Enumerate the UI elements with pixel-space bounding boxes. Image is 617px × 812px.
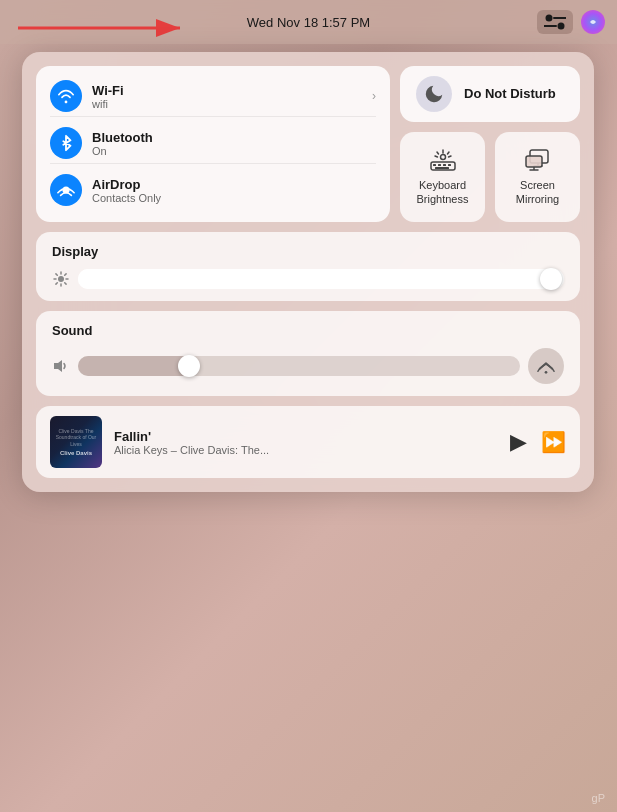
screen-mirroring-tile[interactable]: Screen Mirroring [495,132,580,222]
bluetooth-item[interactable]: Bluetooth On [50,123,376,164]
bluetooth-name: Bluetooth [92,130,376,145]
wifi-text: Wi-Fi wifi [92,83,362,110]
svg-line-17 [448,156,451,157]
bluetooth-sub: On [92,145,376,157]
svg-point-3 [558,23,565,30]
bottom-right-row: Keyboard Brightness [400,132,580,222]
display-title: Display [52,244,564,259]
keyboard-brightness-tile[interactable]: Keyboard Brightness [400,132,485,222]
volume-icon [52,358,70,374]
airdrop-text: AirDrop Contacts Only [92,177,376,204]
svg-rect-8 [433,164,436,166]
svg-line-16 [435,156,438,157]
svg-point-25 [58,276,64,282]
sound-slider[interactable] [78,356,520,376]
airplay-button[interactable] [528,348,564,384]
svg-rect-22 [526,156,542,167]
svg-rect-10 [443,164,446,166]
svg-marker-34 [54,360,62,372]
wifi-chevron: › [372,89,376,103]
control-center-panel: Wi-Fi wifi › Bluetooth On [22,52,594,492]
svg-rect-12 [435,167,449,169]
album-art-clive: Clive Davis [60,450,92,456]
control-center-button[interactable] [537,10,573,34]
display-slider[interactable] [78,269,564,289]
airdrop-name: AirDrop [92,177,376,192]
datetime: Wed Nov 18 1:57 PM [247,15,370,30]
screen-mirroring-icon [524,148,552,172]
watermark: gP [592,792,605,804]
display-section: Display [36,232,580,301]
now-playing-card: Clive Davis The Soundtrack of Our Lives … [36,406,580,478]
svg-point-35 [545,371,548,374]
display-slider-row [52,269,564,289]
wifi-name: Wi-Fi [92,83,362,98]
menu-bar-icons [537,10,605,34]
sound-section: Sound [36,311,580,396]
dnd-label: Do Not Disturb [464,86,556,103]
svg-line-14 [437,152,439,154]
now-playing-info: Fallin' Alicia Keys – Clive Davis: The..… [114,429,498,456]
svg-line-15 [447,152,449,154]
wifi-sub: wifi [92,98,362,110]
airdrop-sub: Contacts Only [92,192,376,204]
keyboard-brightness-icon [429,148,457,172]
now-playing-title: Fallin' [114,429,498,444]
svg-rect-9 [438,164,441,166]
sound-slider-row [52,348,564,384]
wifi-item[interactable]: Wi-Fi wifi › [50,76,376,117]
svg-rect-11 [448,164,451,166]
svg-line-33 [56,283,57,284]
siri-button[interactable] [581,10,605,34]
svg-point-18 [440,154,445,159]
sound-title: Sound [52,323,564,338]
svg-line-32 [65,274,66,275]
screen-mirroring-label: Screen Mirroring [505,178,570,207]
bluetooth-icon-circle [50,127,82,159]
airdrop-item[interactable]: AirDrop Contacts Only [50,170,376,210]
svg-line-30 [56,274,57,275]
svg-line-31 [65,283,66,284]
playback-controls: ▶ ⏩ [510,429,566,455]
play-button[interactable]: ▶ [510,429,527,455]
dnd-moon-icon [416,76,452,112]
dnd-tile[interactable]: Do Not Disturb [400,66,580,122]
keyboard-brightness-label: Keyboard Brightness [410,178,475,207]
bluetooth-text: Bluetooth On [92,130,376,157]
brightness-icon [52,271,70,287]
album-art-inner: Clive Davis The Soundtrack of Our Lives … [50,416,102,468]
fast-forward-button[interactable]: ⏩ [541,430,566,454]
svg-point-0 [546,15,553,22]
network-tile: Wi-Fi wifi › Bluetooth On [36,66,390,222]
album-art-text: Clive Davis The Soundtrack of Our Lives [54,428,98,448]
menu-bar: Wed Nov 18 1:57 PM [0,0,617,44]
now-playing-artist: Alicia Keys – Clive Davis: The... [114,444,498,456]
airdrop-icon-circle [50,174,82,206]
album-art: Clive Davis The Soundtrack of Our Lives … [50,416,102,468]
top-row: Wi-Fi wifi › Bluetooth On [36,66,580,222]
right-column: Do Not Disturb [400,66,580,222]
wifi-icon-circle [50,80,82,112]
